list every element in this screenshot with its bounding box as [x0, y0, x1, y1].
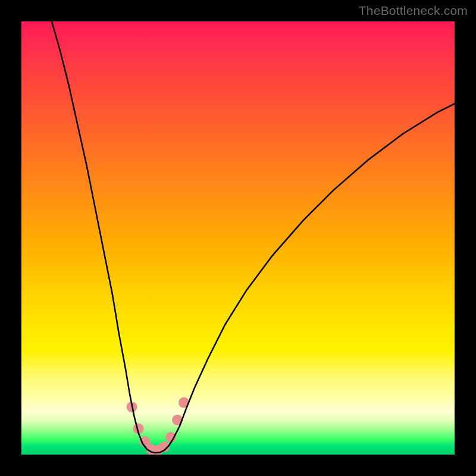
chart-frame: TheBottleneck.com	[0, 0, 476, 476]
bottleneck-curve	[52, 21, 455, 453]
curve-layer	[21, 21, 455, 455]
watermark-text: TheBottleneck.com	[359, 4, 468, 18]
plot-area	[21, 21, 455, 455]
